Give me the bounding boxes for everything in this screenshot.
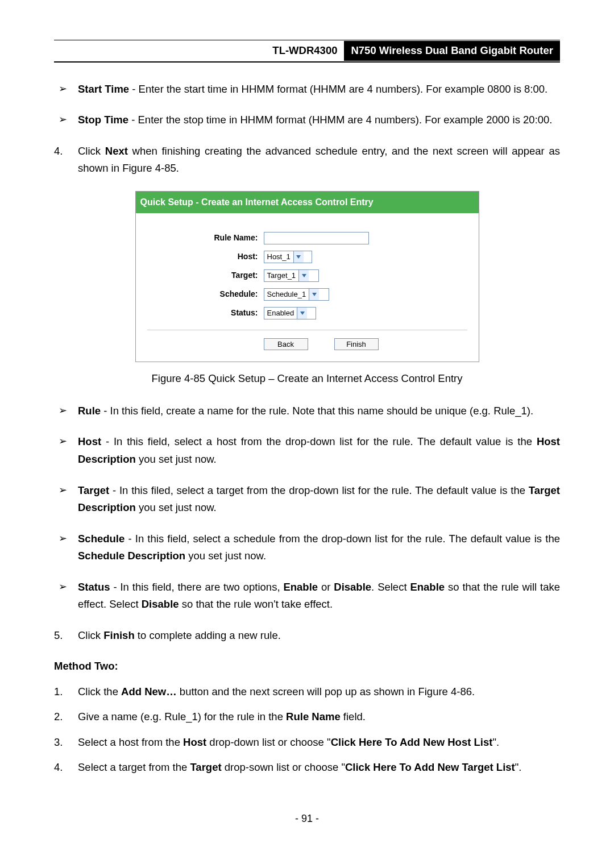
label-target: Target: [147,269,264,282]
bold: Finish [103,629,134,641]
step-number: 3. [54,734,63,751]
text: drop-down list or choose " [206,736,330,748]
step-number: 4. [54,759,63,776]
bold: Next [105,145,128,157]
figure-4-85: Quick Setup - Create an Internet Access … [135,191,479,363]
bold: Rule Name [286,711,341,722]
text: . Select [371,581,410,593]
text: field. [341,711,366,722]
m2-step-1: 1. Click the Add New… button and the nex… [78,683,560,701]
text: - In this field, select a schedule from … [125,533,560,545]
m2-step-3: 3. Select a host from the Host drop-down… [78,734,560,751]
term: Start Time [78,83,129,95]
method-two-heading: Method Two: [54,658,560,675]
step-number: 5. [54,627,63,645]
header-model: TL-WDR4300 [265,41,344,61]
figure-body: Rule Name: Host: Host_1 Target: Target_1 [135,213,479,362]
m2-step-2: 2. Give a name (e.g. Rule_1) for the rul… [78,708,560,726]
page-content: Start Time - Enter the start time in HHM… [54,66,560,776]
bold: Enable [283,581,318,593]
label-rule-name: Rule Name: [147,231,264,244]
label-host: Host: [147,250,264,263]
header-product: N750 Wireless Dual Band Gigabit Router [344,41,560,61]
bold: Add New… [121,686,177,697]
bullet-target: Target - In this filed, select a target … [78,482,560,517]
figure-caption: Figure 4-85 Quick Setup – Create an Inte… [54,370,560,388]
page-number: - 91 - [54,811,560,828]
header-bar: TL-WDR4300 N750 Wireless Dual Band Gigab… [54,40,560,63]
text: Click [78,145,105,157]
select-schedule-value: Schedule_1 [264,289,309,300]
figure-title-bar: Quick Setup - Create an Internet Access … [135,191,479,213]
text: - In this field, select a host from the … [101,435,537,447]
select-host-value: Host_1 [264,251,293,263]
bullet-rule: Rule - In this field, create a name for … [78,402,560,420]
post-figure-bullets: Rule - In this field, create a name for … [54,402,560,613]
term: Schedule [78,533,125,545]
text: Click the [78,686,121,697]
select-status[interactable]: Enabled [264,307,316,319]
step-list: 4. Click Next when finishing creating th… [54,143,560,177]
select-host[interactable]: Host_1 [264,251,312,263]
bullet-stop-time: Stop Time - Enter the stop time in HHMM … [78,111,560,129]
text: ". [492,736,499,748]
text: Click [78,629,103,641]
text: Give a name (e.g. Rule_1) for the rule i… [78,711,286,722]
label-schedule: Schedule: [147,288,264,301]
figure-divider [147,330,467,330]
bold: Host [183,736,206,748]
text: - In this field, create a name for the r… [101,405,533,417]
select-schedule[interactable]: Schedule_1 [264,288,329,301]
select-target[interactable]: Target_1 [264,269,319,282]
term: Status [78,581,110,593]
step-number: 4. [54,143,63,160]
chevron-down-icon [293,251,304,263]
text: you set just now. [136,501,217,513]
bold: Target [190,761,221,773]
chevron-down-icon [298,270,309,281]
figure-button-row: Back Finish [147,338,467,350]
text: drop-sown list or choose " [222,761,345,773]
bold: Schedule Description [78,550,185,562]
m2-step-4: 4. Select a target from the Target drop-… [78,759,560,776]
bullet-start-time: Start Time - Enter the start time in HHM… [78,81,560,98]
bullet-host: Host - In this field, select a host from… [78,433,560,468]
text: - Enter the stop time in HHMM format (HH… [128,114,552,126]
label-status: Status: [147,306,264,319]
row-schedule: Schedule: Schedule_1 [147,288,467,301]
step-number: 2. [54,708,63,726]
bold: Click Here To Add New Target List [345,761,515,773]
bold: Click Here To Add New Host List [331,736,493,748]
finish-button[interactable]: Finish [334,338,379,350]
bold: Disable [142,598,179,610]
row-rule-name: Rule Name: [147,231,467,244]
bold: Enable [410,581,445,593]
text: or [318,581,334,593]
row-status: Status: Enabled [147,306,467,319]
row-target: Target: Target_1 [147,269,467,282]
text: - In this filed, select a target from th… [109,484,529,496]
text: when finishing creating the advanced sch… [78,145,560,175]
term: Host [78,435,101,447]
text: - Enter the start time in HHMM format (H… [129,83,547,95]
method-two-list: 1. Click the Add New… button and the nex… [54,683,560,776]
text: - In this field, there are two options, [110,581,284,593]
step-number: 1. [54,683,63,701]
text: to complete adding a new rule. [135,629,281,641]
pre-bullet-list: Start Time - Enter the start time in HHM… [54,81,560,129]
back-button[interactable]: Back [264,338,308,350]
select-target-value: Target_1 [264,270,299,281]
row-host: Host: Host_1 [147,250,467,263]
term: Stop Time [78,114,128,126]
select-status-value: Enabled [264,308,297,319]
text: Select a host from the [78,736,183,748]
input-rule-name[interactable] [264,232,369,244]
text: button and the next screen will pop up a… [177,686,475,697]
term: Rule [78,405,101,417]
bold: Disable [334,581,371,593]
text: ". [515,761,522,773]
term: Target [78,484,109,496]
chevron-down-icon [297,308,307,319]
bullet-schedule: Schedule - In this field, select a sched… [78,530,560,565]
chevron-down-icon [309,289,319,300]
